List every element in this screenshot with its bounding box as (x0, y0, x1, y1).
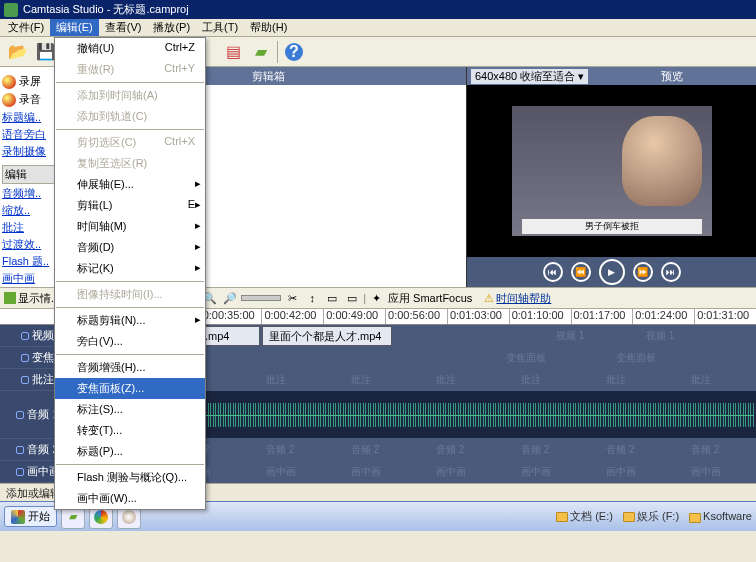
menu-item[interactable]: 标注(S)... (55, 399, 205, 420)
ghost-label: 音频 2 (266, 443, 294, 457)
ruler-tick: 0:01:03:00 (447, 309, 509, 324)
ghost-label: 批注 (436, 373, 456, 387)
menu-bar[interactable]: 文件(F)编辑(E)查看(V)播放(P)工具(T)帮助(H) (0, 19, 756, 37)
menu-item[interactable]: 画中画(W)... (55, 488, 205, 509)
preview-video[interactable]: 男子倒车被拒 (467, 85, 756, 257)
menu-item: 添加到轨道(C) (55, 106, 205, 127)
video-clip[interactable]: 里面个个都是人才.mp4 (262, 326, 392, 346)
ghost-label: 视频 1 (646, 329, 674, 343)
lock-icon[interactable] (16, 468, 24, 476)
menu-4[interactable]: 工具(T) (196, 19, 244, 36)
split-icon[interactable]: ↕ (303, 289, 321, 307)
menu-item[interactable]: 音频(D)▸ (55, 237, 205, 258)
menu-3[interactable]: 播放(P) (147, 19, 196, 36)
zoom-slider[interactable] (241, 295, 281, 301)
smartfocus-label[interactable]: 应用 SmartFocus (388, 291, 472, 306)
preview-size-select[interactable]: 640x480 收缩至适合 ▾ (471, 69, 588, 84)
menu-item[interactable]: 撤销(U)Ctrl+Z (55, 38, 205, 59)
menu-item: 剪切选区(C)Ctrl+X (55, 132, 205, 153)
record-icon (2, 93, 16, 107)
lock-icon[interactable] (21, 376, 29, 384)
ghost-label: 批注 (521, 373, 541, 387)
menu-0[interactable]: 文件(F) (2, 19, 50, 36)
menu-item[interactable]: 标题(P)... (55, 441, 205, 462)
lock-icon[interactable] (21, 332, 29, 340)
ghost-label: 画中画 (606, 465, 636, 479)
menu-item[interactable]: 旁白(V)... (55, 331, 205, 352)
video-caption: 男子倒车被拒 (522, 219, 702, 234)
start-button[interactable]: 开始 (4, 506, 57, 527)
menu-1[interactable]: 编辑(E) (50, 19, 99, 36)
ghost-label: 批注 (691, 373, 711, 387)
lock-icon[interactable] (16, 411, 24, 419)
menu-2[interactable]: 查看(V) (99, 19, 148, 36)
menu-item[interactable]: 标题剪辑(N)...▸ (55, 310, 205, 331)
menu-item[interactable]: 变焦面板(Z)... (55, 378, 205, 399)
ghost-label: 画中画 (691, 465, 721, 479)
tag-button[interactable]: ▰ (249, 40, 273, 64)
show-label[interactable]: 显示情.. (18, 291, 57, 306)
preview-pane: 640x480 收缩至适合 ▾ 预览 男子倒车被拒 ⏮ ⏪ ▶ ⏩ ⏭ (466, 67, 756, 287)
list-button[interactable]: ▤ (221, 40, 245, 64)
preview-title: 预览 (588, 69, 756, 84)
ruler-tick: 0:00:42:00 (261, 309, 323, 324)
ghost-label: 音频 2 (521, 443, 549, 457)
menu-item[interactable]: Flash 测验与概论(Q)... (55, 467, 205, 488)
edit-menu-dropdown[interactable]: 撤销(U)Ctrl+Z重做(R)Ctrl+Y添加到时间轴(A)添加到轨道(C)剪… (54, 37, 206, 510)
chevron-right-icon: ▸ (195, 198, 201, 211)
tray-item[interactable]: 娱乐 (F:) (623, 509, 679, 524)
folder-icon (689, 513, 701, 523)
menu-item: 图像持续时间(I)... (55, 284, 205, 305)
open-button[interactable]: 📂 (6, 40, 30, 64)
toggle-icon[interactable] (4, 292, 16, 304)
ghost-label: 画中画 (351, 465, 381, 479)
menu-item: 添加到时间轴(A) (55, 85, 205, 106)
menu-item[interactable]: 时间轴(M)▸ (55, 216, 205, 237)
menu-separator (56, 354, 204, 355)
sf-icon[interactable]: ✦ (368, 289, 386, 307)
lock-icon[interactable] (21, 354, 29, 362)
lock-icon[interactable] (16, 446, 24, 454)
cut-icon[interactable]: ✂ (283, 289, 301, 307)
menu-item: 复制至选区(R) (55, 153, 205, 174)
ghost-label: 音频 2 (606, 443, 634, 457)
preview-controls: ⏮ ⏪ ▶ ⏩ ⏭ (467, 257, 756, 287)
ghost-label: 音频 2 (351, 443, 379, 457)
ruler-tick: 0:00:49:00 (323, 309, 385, 324)
prev-button[interactable]: ⏮ (543, 262, 563, 282)
zoom-out-icon[interactable]: 🔎 (221, 289, 239, 307)
chevron-right-icon: ▸ (195, 261, 201, 274)
ruler-tick: 0:01:31:00 (694, 309, 756, 324)
menu-separator (56, 129, 204, 130)
ghost-label: 音频 2 (436, 443, 464, 457)
ghost-label: 批注 (351, 373, 371, 387)
folder-icon (623, 512, 635, 522)
help-button[interactable]: ? (282, 40, 306, 64)
record-icon (2, 75, 16, 89)
menu-separator (56, 281, 204, 282)
tool-icon[interactable]: ▭ (323, 289, 341, 307)
tool2-icon[interactable]: ▭ (343, 289, 361, 307)
tray-item[interactable]: 文档 (E:) (556, 509, 613, 524)
ghost-label: 画中画 (521, 465, 551, 479)
menu-item[interactable]: 转变(T)... (55, 420, 205, 441)
ghost-label: 画中画 (436, 465, 466, 479)
ruler-tick: 0:01:17:00 (571, 309, 633, 324)
ruler-tick: 0:00:56:00 (385, 309, 447, 324)
play-button[interactable]: ▶ (599, 259, 625, 285)
menu-5[interactable]: 帮助(H) (244, 19, 293, 36)
menu-item[interactable]: 标记(K)▸ (55, 258, 205, 279)
next-button[interactable]: ⏭ (661, 262, 681, 282)
menu-item[interactable]: 伸展轴(E)...▸ (55, 174, 205, 195)
menu-separator (56, 464, 204, 465)
menu-item: 重做(R)Ctrl+Y (55, 59, 205, 80)
rewind-button[interactable]: ⏪ (571, 262, 591, 282)
forward-button[interactable]: ⏩ (633, 262, 653, 282)
chevron-down-icon: ▾ (578, 70, 584, 83)
tray-item[interactable]: Ksoftware (689, 510, 752, 522)
ghost-label: 视频 1 (556, 329, 584, 343)
menu-item[interactable]: 音频增强(H)... (55, 357, 205, 378)
timeline-help[interactable]: 时间轴帮助 (496, 291, 551, 306)
menu-separator (56, 82, 204, 83)
menu-item[interactable]: 剪辑(L)E▸ (55, 195, 205, 216)
